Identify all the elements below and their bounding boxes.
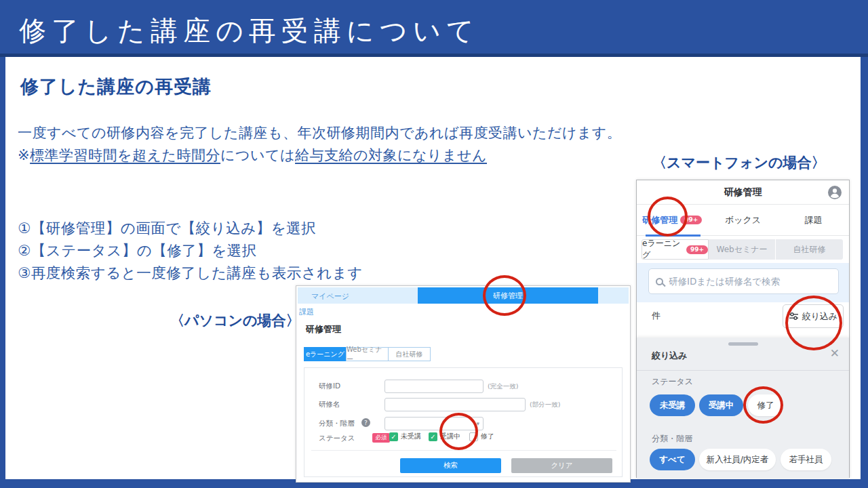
partial-match-note: (部分一致) xyxy=(530,401,560,409)
step-1: ①【研修管理】の画面で【絞り込み】を選択 xyxy=(18,218,363,241)
phone-header: 研修管理 xyxy=(637,180,849,205)
training-id-label: 研修ID xyxy=(319,382,340,391)
note-underline-2: 給与支給の対象になりません xyxy=(295,147,487,163)
pc-nav-training-tab[interactable]: 研修管理 xyxy=(418,287,598,304)
note-mark: ※ xyxy=(18,147,30,163)
close-icon[interactable]: ✕ xyxy=(830,346,840,360)
smartphone-caption: 〈スマートフォンの場合〉 xyxy=(652,153,825,172)
pc-screenshot: マイページ 研修管理 課題 研修管理 eラーニング Webセミナー 自社研修 研… xyxy=(296,285,631,483)
training-id-input[interactable] xyxy=(384,380,484,393)
steps-list: ①【研修管理】の画面で【絞り込み】を選択 ②【ステータス】の【修了】を選択 ③再… xyxy=(18,218,363,285)
pc-nav-mypage-tab[interactable]: マイページ xyxy=(311,291,349,302)
training-name-label: 研修名 xyxy=(319,400,340,409)
checkbox-inprogress-label: 受講中 xyxy=(440,432,460,441)
left-border xyxy=(0,57,5,479)
note-text: ※標準学習時間を超えた時間分については給与支給の対象になりません xyxy=(18,146,487,165)
phone-page-title: 研修管理 xyxy=(637,186,849,199)
segment-inhouse-label: 自社研修 xyxy=(793,244,826,256)
pc-tab-webseminar[interactable]: Webセミナー xyxy=(346,347,389,361)
drag-handle[interactable] xyxy=(728,342,758,346)
help-icon[interactable]: ? xyxy=(361,418,370,427)
step-3: ③再度検索すると一度修了した講座も表示されます xyxy=(18,263,363,285)
segment-webseminar[interactable]: Webセミナー xyxy=(709,239,776,260)
phone-tab-box-label: ボックス xyxy=(725,214,761,226)
title-band: 修了した講座の再受講について xyxy=(0,0,868,57)
filter-button[interactable]: 絞り込み xyxy=(783,304,844,328)
checkbox-completed-label: 修了 xyxy=(481,432,494,441)
slide: 修了した講座の再受講について 修了した講座の再受講 一度すべての研修内容を完了し… xyxy=(0,0,868,488)
phone-tab-kadai-label: 課題 xyxy=(805,214,823,226)
check-icon xyxy=(429,432,437,441)
segment-elearning[interactable]: eラーニング 99+ xyxy=(642,239,709,260)
required-badge: 必須 xyxy=(372,433,390,443)
intro-text: 一度すべての研修内容を完了した講座も、年次研修期間内であれば再度受講いただけます… xyxy=(18,123,621,142)
notification-badge: 99+ xyxy=(680,216,702,224)
pc-caption: 〈パソコンの場合〉 xyxy=(170,311,300,330)
status-label: ステータス xyxy=(319,434,355,443)
pill-unstarted[interactable]: 未受講 xyxy=(650,394,695,416)
exact-match-note: (完全一致) xyxy=(488,382,518,391)
pc-search-form: 研修ID (完全一致) 研修名 (部分一致) 分類・階層 ? ステータス 必須 … xyxy=(304,367,623,477)
phone-tab-box[interactable]: ボックス xyxy=(707,205,778,235)
filter-button-label: 絞り込み xyxy=(802,310,838,323)
pc-tab-bar: eラーニング Webセミナー 自社研修 xyxy=(304,347,431,361)
checkbox-unstarted[interactable]: 未受講 xyxy=(389,432,421,441)
phone-segment-bar: eラーニング 99+ Webセミナー 自社研修 xyxy=(642,239,843,260)
active-tab-underline xyxy=(646,235,701,237)
slide-title: 修了した講座の再受講について xyxy=(19,12,479,49)
user-icon[interactable] xyxy=(828,186,842,202)
phone-tab-bar: 研修管理 99+ ボックス 課題 xyxy=(637,205,849,236)
filter-icon xyxy=(789,312,799,321)
checkbox-inprogress[interactable]: 受講中 xyxy=(429,432,460,441)
pc-page-heading: 研修管理 xyxy=(306,323,341,336)
filter-bottom-sheet: 絞り込み ✕ ステータス 未受講 受講中 修了 分類・階層 すべて 新入社員/内… xyxy=(637,338,849,479)
sheet-divider xyxy=(637,370,849,371)
sheet-title: 絞り込み xyxy=(652,350,688,362)
pill-completed[interactable]: 修了 xyxy=(748,394,783,416)
checkbox-unstarted-label: 未受講 xyxy=(401,432,421,441)
search-icon xyxy=(656,278,663,285)
pill-newhire[interactable]: 新入社員/内定者 xyxy=(699,449,776,470)
form-divider xyxy=(311,450,616,451)
category-label: 分類・階層 xyxy=(319,419,355,428)
pill-young[interactable]: 若手社員 xyxy=(781,449,831,470)
step-2: ②【ステータス】の【修了】を選択 xyxy=(18,241,363,263)
pc-kadai-link[interactable]: 課題 xyxy=(299,307,314,317)
pill-inprogress[interactable]: 受講中 xyxy=(699,394,743,416)
segment-webseminar-label: Webセミナー xyxy=(716,244,767,256)
pc-tab-inhouse[interactable]: 自社研修 xyxy=(388,347,431,361)
checkbox-completed[interactable]: 修了 xyxy=(469,432,494,441)
note-middle: については xyxy=(220,147,295,163)
check-icon xyxy=(389,432,398,441)
section-heading: 修了した講座の再受講 xyxy=(20,75,212,99)
segment-inhouse[interactable]: 自社研修 xyxy=(776,239,843,260)
smartphone-screenshot: 研修管理 研修管理 99+ ボックス 課題 eラーニング 99+ Webセミナー… xyxy=(636,180,850,478)
checkbox-empty-icon xyxy=(469,432,478,441)
search-button[interactable]: 検索 xyxy=(400,458,501,473)
notification-badge: 99+ xyxy=(686,245,708,254)
pill-all[interactable]: すべて xyxy=(650,449,695,470)
clear-button[interactable]: クリア xyxy=(511,458,612,473)
phone-search-input[interactable] xyxy=(669,276,831,287)
sheet-status-label: ステータス xyxy=(652,376,693,388)
segment-elearning-label: eラーニング xyxy=(642,238,684,261)
pc-navbar: マイページ 研修管理 xyxy=(298,287,629,304)
sheet-category-label: 分類・階層 xyxy=(652,433,692,445)
pc-tab-elearning[interactable]: eラーニング xyxy=(304,347,347,361)
note-underline-1: 標準学習時間を超えた時間分 xyxy=(30,147,220,163)
phone-search-panel xyxy=(637,263,849,302)
phone-tab-training[interactable]: 研修管理 99+ xyxy=(637,205,707,235)
result-count-label: 件 xyxy=(652,310,660,322)
right-border xyxy=(861,57,868,479)
phone-tab-kadai[interactable]: 課題 xyxy=(778,205,849,235)
training-name-input[interactable] xyxy=(384,398,526,411)
phone-search-box[interactable] xyxy=(648,268,839,294)
category-select[interactable] xyxy=(384,417,484,430)
phone-tab-training-label: 研修管理 xyxy=(642,214,677,226)
